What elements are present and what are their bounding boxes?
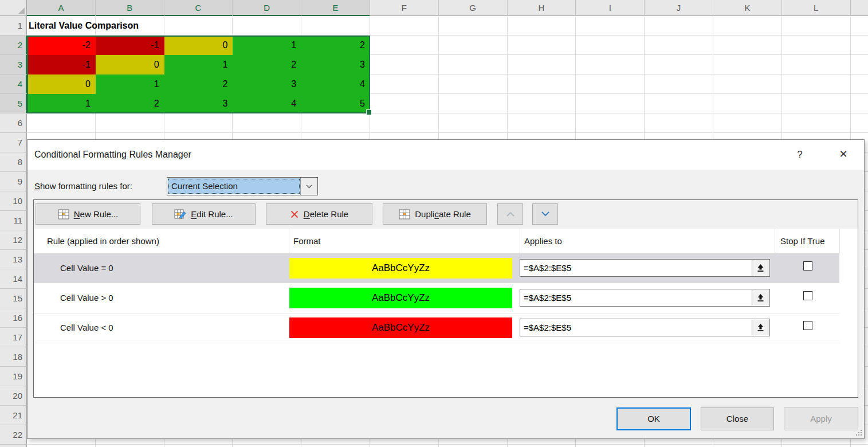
column-header-C[interactable]: C [164,0,233,16]
list-header-format: Format [293,229,321,253]
row-header-14[interactable]: 14 [0,269,27,289]
cell-D2[interactable]: 1 [233,36,301,55]
row-header-4[interactable]: 4 [0,74,27,94]
cell-B4[interactable]: 1 [96,74,164,94]
row-header-3[interactable]: 3 [0,55,27,74]
apply-button[interactable]: Apply [784,407,858,430]
cell-A3[interactable]: -1 [27,55,96,74]
row-header-22[interactable]: 22 [0,425,27,445]
cell-B5[interactable]: 2 [96,94,164,113]
cell-E3[interactable]: 3 [301,55,370,74]
duplicate-rule-label: Duplicate Rule [415,209,471,219]
column-header-H[interactable]: H [508,0,576,16]
column-header-K[interactable]: K [713,0,782,16]
resize-grip[interactable] [856,429,863,436]
cell-D5[interactable]: 4 [233,94,301,113]
column-header-E[interactable]: E [301,0,370,16]
row-header-8[interactable]: 8 [0,152,27,172]
cell-a1-title[interactable]: Literal Value Comparison [29,16,139,36]
collapse-range-icon [757,323,764,332]
column-separator [289,229,289,253]
applies-to-input[interactable]: =$A$2:$E$5 [520,289,770,307]
column-header-B[interactable]: B [96,0,164,16]
column-header-D[interactable]: D [233,0,301,16]
move-rule-down-button[interactable] [532,203,558,225]
column-header-G[interactable]: G [439,0,508,16]
cell-E4[interactable]: 4 [301,74,370,94]
stop-if-true-checkbox[interactable] [803,321,812,330]
column-header-L[interactable]: L [782,0,851,16]
new-rule-label: New Rule... [74,209,119,219]
cell-D4[interactable]: 3 [233,74,301,94]
close-icon[interactable]: ✕ [832,140,855,170]
row-header-17[interactable]: 17 [0,328,27,347]
cell-E2[interactable]: 2 [301,36,370,55]
help-button[interactable]: ? [790,140,810,170]
delete-rule-button[interactable]: Delete Rule [266,203,372,225]
edit-rule-button[interactable]: Edit Rule... [152,203,256,225]
collapse-dialog-button[interactable] [752,260,769,276]
cell-C4[interactable]: 2 [164,74,233,94]
applies-to-value: =$A$2:$E$5 [524,319,571,336]
column-header-I[interactable]: I [576,0,645,16]
move-rule-up-button[interactable] [497,203,523,225]
row-header-11[interactable]: 11 [0,211,27,230]
stop-if-true-checkbox[interactable] [803,291,812,300]
rule-row-3[interactable]: Cell Value < 0AaBbCcYyZz=$A$2:$E$5 [34,313,839,343]
applies-to-input[interactable]: =$A$2:$E$5 [520,319,770,336]
row-header-9[interactable]: 9 [0,172,27,191]
close-button[interactable]: Close [701,407,774,430]
stop-if-true-checkbox[interactable] [803,261,812,270]
cell-D3[interactable]: 2 [233,55,301,74]
row-header-2[interactable]: 2 [0,36,27,55]
collapse-dialog-button[interactable] [752,320,769,335]
cell-B3[interactable]: 0 [96,55,164,74]
ok-button[interactable]: OK [616,407,691,430]
cell-C3[interactable]: 1 [164,55,233,74]
cell-C2[interactable]: 0 [164,36,233,55]
applies-to-input[interactable]: =$A$2:$E$5 [520,259,770,277]
collapse-dialog-button[interactable] [752,290,769,305]
cell-A4[interactable]: 0 [27,74,96,94]
new-rule-button[interactable]: New Rule... [36,203,140,225]
excel-window: ABCDEFGHIJKL 123456789101112131415161718… [0,0,868,447]
duplicate-rule-button[interactable]: Duplicate Rule [383,203,487,225]
rule-description: Cell Value = 0 [60,253,113,283]
delete-rule-label: Delete Rule [304,209,348,219]
cell-B2[interactable]: -1 [96,36,164,55]
dialog-title: Conditional Formatting Rules Manager [34,140,191,170]
combobox-dropdown-button[interactable] [300,178,317,195]
cell-E5[interactable]: 5 [301,94,370,113]
row-header-1[interactable]: 1 [0,16,27,36]
row-header-21[interactable]: 21 [0,406,27,425]
cell-A2[interactable]: -2 [27,36,96,55]
row-header-13[interactable]: 13 [0,250,27,269]
column-header-F[interactable]: F [370,0,439,16]
chevron-down-icon [541,211,550,217]
format-preview: AaBbCcYyZz [289,288,512,308]
cell-A5[interactable]: 1 [27,94,96,113]
rule-row-2[interactable]: Cell Value > 0AaBbCcYyZz=$A$2:$E$5 [34,283,839,313]
rule-row-1[interactable]: Cell Value = 0AaBbCcYyZz=$A$2:$E$5 [34,253,839,283]
column-header-A[interactable]: A [27,0,96,16]
row-header-7[interactable]: 7 [0,133,27,152]
show-rules-label: Show formatting rules for: [34,181,132,191]
applies-to-value: =$A$2:$E$5 [524,260,571,276]
table-duplicate-icon [399,209,410,219]
row-header-16[interactable]: 16 [0,308,27,328]
column-header-J[interactable]: J [645,0,713,16]
rule-description: Cell Value < 0 [60,313,113,343]
row-header-19[interactable]: 19 [0,367,27,386]
row-header-15[interactable]: 15 [0,289,27,308]
format-preview: AaBbCcYyZz [289,317,512,338]
row-header-12[interactable]: 12 [0,230,27,250]
row-header-6[interactable]: 6 [0,113,27,133]
row-header-10[interactable]: 10 [0,191,27,211]
row-header-18[interactable]: 18 [0,347,27,367]
select-all-corner[interactable] [0,0,27,16]
show-rules-combobox[interactable]: Current Selection [167,177,318,195]
cell-C5[interactable]: 3 [164,94,233,113]
row-header-20[interactable]: 20 [0,386,27,406]
row-header-5[interactable]: 5 [0,94,27,113]
rules-group: New Rule... Edit Rule... Delete Rule Dup… [33,199,858,398]
